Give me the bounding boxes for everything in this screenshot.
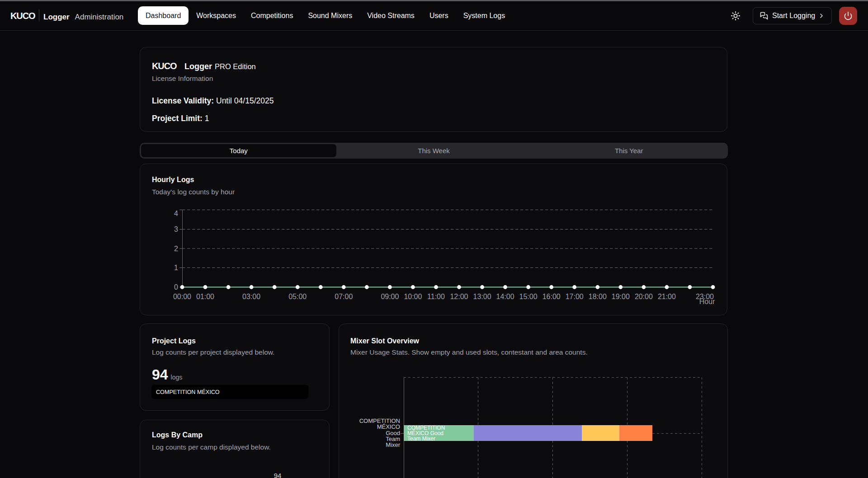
svg-text:Hour: Hour [699,298,715,305]
svg-text:1: 1 [174,264,178,272]
svg-text:18:00: 18:00 [589,293,607,300]
svg-text:0: 0 [174,283,178,291]
svg-text:3: 3 [174,225,178,233]
svg-text:17:00: 17:00 [566,293,584,300]
svg-text:19:00: 19:00 [612,293,630,300]
svg-text:21:00: 21:00 [658,293,676,300]
svg-text:05:00: 05:00 [288,293,307,300]
svg-text:01:00: 01:00 [196,293,214,300]
svg-text:4: 4 [174,210,178,217]
svg-text:09:00: 09:00 [381,293,399,300]
svg-text:20:00: 20:00 [635,293,653,300]
svg-text:00:00: 00:00 [173,293,191,300]
svg-text:11:00: 11:00 [427,293,445,300]
svg-text:03:00: 03:00 [242,293,260,300]
svg-text:14:00: 14:00 [496,293,514,300]
svg-text:12:00: 12:00 [450,293,468,300]
svg-text:07:00: 07:00 [335,293,353,300]
svg-text:13:00: 13:00 [473,293,491,300]
svg-text:16:00: 16:00 [542,293,561,300]
svg-text:Team Mixer: Team Mixer [407,436,435,442]
svg-text:Mixer: Mixer [386,441,400,448]
svg-text:2: 2 [174,245,178,253]
svg-text:10:00: 10:00 [404,293,422,300]
svg-text:15:00: 15:00 [519,293,538,300]
